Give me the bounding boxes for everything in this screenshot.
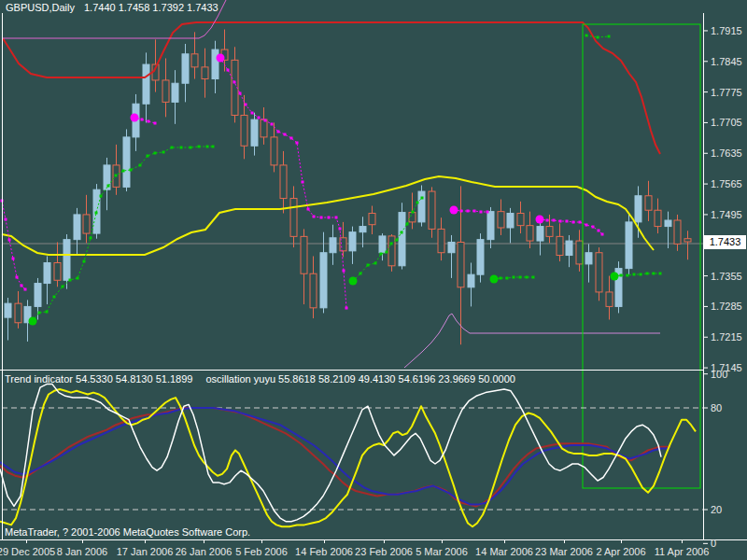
chart-canvas: 1.79151.78451.77751.77051.76351.75651.74…: [0, 0, 747, 560]
trend-indicator-label: Trend indicator 54.5330 54.8130 51.1899: [5, 373, 192, 385]
indicator-subwindow-area[interactable]: [3, 371, 703, 539]
chart-title: GBPUSD,Daily1.7440 1.7458 1.7392 1.7433: [6, 2, 218, 14]
price-axis-area[interactable]: [704, 13, 747, 539]
metatrader-chart-window: 1.79151.78451.77751.77051.76351.75651.74…: [0, 0, 747, 560]
current-price-box: 1.7433: [704, 235, 746, 249]
main-chart-area[interactable]: [3, 13, 703, 370]
symbol-period-label: GBPUSD,Daily: [6, 2, 75, 13]
copyright-text: MetaTrader, ? 2001-2006 MetaQuotes Softw…: [5, 526, 250, 539]
time-axis-area[interactable]: [0, 540, 747, 560]
indicator-window-label: Trend indicator 54.5330 54.8130 51.1899o…: [5, 373, 515, 385]
title-ohlc-values: 1.7440 1.7458 1.7392 1.7433: [84, 2, 218, 13]
oscillation-indicator-label: oscillation yuyu 55.8618 58.2109 49.4130…: [205, 373, 515, 385]
